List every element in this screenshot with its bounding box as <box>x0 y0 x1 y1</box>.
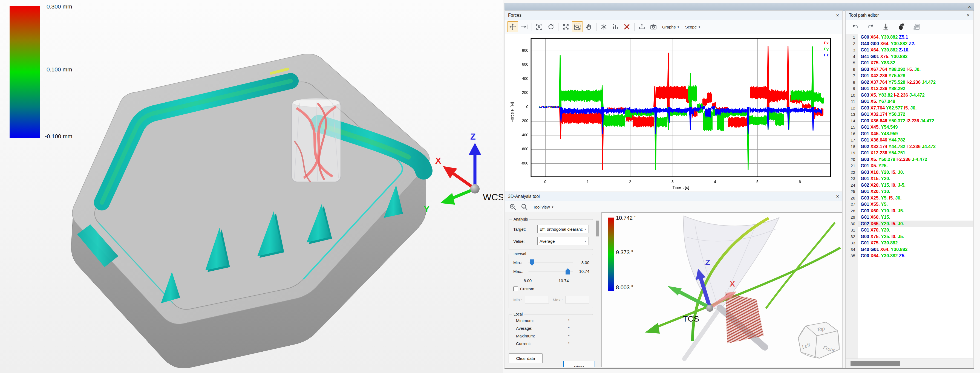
gcode-line[interactable]: 6G03 X67.764 Y88.292 I-5. J0. <box>846 66 973 73</box>
close-button[interactable]: Close <box>563 361 595 367</box>
gcode-line-number: 13 <box>846 112 858 117</box>
forces-chart[interactable]: Force F [N] Time t [s] Fx Fy Fz <box>505 34 842 192</box>
target-select[interactable]: Eff. orthogonal clearance ∨ <box>537 225 589 233</box>
titlebar-close-icon[interactable]: × <box>968 4 971 10</box>
graphs-dropdown[interactable]: Graphs ▾ <box>662 25 679 29</box>
gcode-line[interactable]: 13G01 X32.174 Y50.372 <box>846 111 973 117</box>
view-cube[interactable]: Top Left Front <box>798 322 839 358</box>
analysis-group: Analysis Target: Eff. orthogonal clearan… <box>509 219 593 250</box>
refresh-button[interactable] <box>545 21 556 32</box>
fit-view-button[interactable] <box>560 21 571 32</box>
gcode-line[interactable]: 18G02 X32.174 Y44.782 I-2.236 J4.472 <box>846 143 973 150</box>
gcode-line[interactable]: 15G01 X45. Y54.549 <box>846 124 973 130</box>
gcode-line[interactable]: 26G03 X25. Y5. I5. J0. <box>846 195 973 202</box>
zoom-model-button[interactable] <box>507 202 518 213</box>
tcs-label: TCS <box>683 314 699 323</box>
gcode-line[interactable]: 2G40 G00 X64. Y30.882 Z2. <box>846 41 973 47</box>
analysis-close-icon[interactable]: × <box>836 194 839 200</box>
docked-titlebar[interactable]: × <box>504 3 974 11</box>
gcode-line[interactable]: 28G03 X60. Y10. I0. J5. <box>846 208 973 214</box>
zoom-region-button[interactable] <box>572 21 583 32</box>
tool-3d-view[interactable]: Z X TCS Top Left Front 10.742 ° 9.373 ° … <box>601 213 842 367</box>
move-tool-button[interactable] <box>507 21 518 32</box>
min-slider-thumb[interactable] <box>530 259 535 266</box>
analysis-scrollbar-thumb[interactable] <box>596 221 599 236</box>
gcode-line-text: G03 X75. Y25. I0. J5. <box>858 234 904 239</box>
gcode-line-text: G01 X32.174 Y50.372 <box>858 112 905 117</box>
lock-program-button[interactable] <box>911 21 922 32</box>
interval-min-label: Min.: <box>513 260 527 265</box>
scrollbar-thumb[interactable] <box>851 361 900 366</box>
zoom-tool-button[interactable] <box>519 202 530 213</box>
clear-data-button[interactable]: Clear data <box>509 353 542 363</box>
gcode-line[interactable]: 14G03 X36.646 Y50.372 I2.236 J4.472 <box>846 117 973 124</box>
lock-view-button[interactable] <box>534 21 545 32</box>
gcode-line[interactable]: 11G01 X5. Y67.049 <box>846 98 973 105</box>
gcode-line[interactable]: 17G01 X36.646 Y44.782 <box>846 137 973 143</box>
forces-chart-canvas[interactable] <box>505 34 842 192</box>
gcode-line[interactable]: 25G01 X20. Y10. <box>846 188 973 195</box>
horizontal-scrollbar[interactable] <box>846 359 973 368</box>
gcode-line[interactable]: 24G02 X20. Y15. I0. J-5. <box>846 182 973 189</box>
horizontal-marker-button[interactable] <box>519 21 530 32</box>
gcode-line[interactable]: 27G01 X55. Y5. <box>846 201 973 208</box>
gcode-line-number: 4 <box>846 54 858 59</box>
tool-view-dropdown[interactable]: Tool view ▾ <box>533 205 553 210</box>
forces-close-icon[interactable]: × <box>836 12 839 18</box>
value-select[interactable]: Average ∨ <box>537 237 589 245</box>
gcode-line[interactable]: 5G01 X75. Y83.82 <box>846 60 973 66</box>
probe-values-button[interactable] <box>610 21 621 32</box>
gcode-list[interactable]: 1G00 X64. Y30.882 Z5.12G40 G00 X64. Y30.… <box>846 34 973 359</box>
snapshot-button[interactable] <box>648 21 659 32</box>
snap-crosshair-button[interactable] <box>598 21 609 32</box>
gcode-line[interactable]: 22G03 X10. Y20. I5. J0. <box>846 169 973 176</box>
gcode-line[interactable]: 32G03 X75. Y25. I0. J5. <box>846 233 973 240</box>
gcode-line[interactable]: 19G01 X12.236 Y54.751 <box>846 150 973 156</box>
gcode-line[interactable]: 35G00 X64. Y30.882 Z5. <box>846 252 973 259</box>
local-group: Local Minimum:° Average:° Maximum:° Curr… <box>509 314 593 350</box>
gcode-line-text: G01 X70. Y20. <box>858 227 890 233</box>
custom-checkbox[interactable] <box>513 287 518 291</box>
tool-3d-render: Z X TCS Top Left Front <box>602 213 842 367</box>
interval-max-slider[interactable] <box>528 268 573 275</box>
disable-mouse-edit-button[interactable] <box>896 21 907 32</box>
gcode-line[interactable]: 3G01 X64. Y30.882 Z-10. <box>846 47 973 53</box>
custom-min-input[interactable] <box>525 296 549 303</box>
scope-dropdown[interactable]: Scope ▾ <box>685 25 700 29</box>
redo-button[interactable] <box>865 21 876 32</box>
gcode-line[interactable]: 7G01 X42.236 Y75.528 <box>846 73 973 79</box>
gcode-line[interactable]: 9G01 X12.236 Y88.292 <box>846 86 973 92</box>
gcode-line[interactable]: 8G02 X37.764 Y75.528 I-2.236 J4.472 <box>846 79 973 86</box>
max-slider-thumb[interactable] <box>566 268 570 275</box>
gcode-line[interactable]: 20G03 X5. Y50.279 I-2.236 J-4.472 <box>846 156 973 163</box>
export-button[interactable] <box>636 21 648 32</box>
gcode-line[interactable]: 10G03 X5. Y83.82 I-2.236 J-4.472 <box>846 92 973 98</box>
forces-panel-title: Forces <box>508 13 522 18</box>
gcode-line[interactable]: 4G41 G01 X75. Y30.882 <box>846 53 973 60</box>
custom-min-label: Min.: <box>513 297 525 302</box>
undo-button[interactable] <box>850 21 861 32</box>
gcode-line[interactable]: 34G40 G01 X64. Y30.882 <box>846 246 973 253</box>
gcode-line-number: 11 <box>846 99 858 104</box>
gcode-line[interactable]: 29G01 X60. Y15. <box>846 214 973 221</box>
apply-changes-button[interactable] <box>880 21 891 32</box>
toolpath-close-icon[interactable]: × <box>967 12 970 18</box>
wcs-axes <box>440 143 481 205</box>
hand-pan-button[interactable] <box>583 21 594 32</box>
application-window: Z X Y WCS 0.300 mm 0.100 mm -0.100 mm × … <box>0 0 980 373</box>
gcode-line[interactable]: 31G01 X70. Y20. <box>846 227 973 233</box>
gcode-line[interactable]: 1G00 X64. Y30.882 Z5.1 <box>846 34 973 41</box>
machining-3d-viewport[interactable]: Z X Y WCS 0.300 mm 0.100 mm -0.100 mm <box>0 0 503 373</box>
interval-min-slider[interactable] <box>528 259 573 266</box>
engagement-patch <box>725 292 764 343</box>
gcode-line[interactable]: 23G01 X15. Y20. <box>846 175 973 182</box>
gcode-line[interactable]: 16G01 X45. Y48.959 <box>846 130 973 137</box>
gcode-line[interactable]: 12G03 X7.764 Y62.577 I5. J0. <box>846 105 973 111</box>
clear-chart-button[interactable] <box>621 21 632 32</box>
gcode-line[interactable]: 33G01 X75. Y30.882 <box>846 240 973 246</box>
custom-max-input[interactable] <box>565 296 589 303</box>
chart-legend: Fx Fy Fz <box>824 40 829 58</box>
gcode-line[interactable]: 30G02 X65. Y20. I5. J0. <box>846 221 973 227</box>
gcode-line[interactable]: 21G01 X5. Y25. <box>846 163 973 169</box>
forces-panel-header: Forces × <box>505 11 842 20</box>
